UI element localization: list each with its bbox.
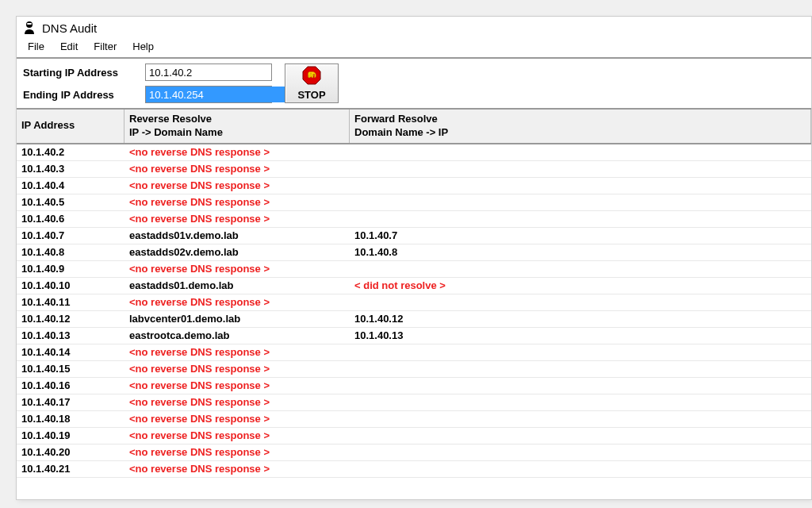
cell-ip: 10.1.40.4 [17,179,124,191]
cell-reverse: <no reverse DNS response > [124,146,350,158]
cell-ip: 10.1.40.13 [17,329,124,341]
cell-forward: 10.1.40.8 [350,246,811,258]
app-window: DNS Audit File Edit Filter Help Starting… [16,16,812,500]
table-row[interactable]: 10.1.40.12labvcenter01.demo.lab10.1.40.1… [17,311,811,328]
cell-reverse: <no reverse DNS response > [124,413,350,425]
cell-reverse: <no reverse DNS response > [124,396,350,408]
starting-ip-combo[interactable]: ▼ [145,64,272,81]
table-row[interactable]: 10.1.40.8eastadds02v.demo.lab10.1.40.8 [17,244,811,261]
cell-reverse: eastadds02v.demo.lab [124,246,350,258]
cell-reverse: <no reverse DNS response > [124,346,350,358]
cell-reverse: eastrootca.demo.lab [124,329,350,341]
cell-forward: 10.1.40.7 [350,229,811,241]
cell-forward: 10.1.40.12 [350,313,811,325]
cell-ip: 10.1.40.7 [17,229,124,241]
cell-ip: 10.1.40.3 [17,163,124,175]
cell-ip: 10.1.40.9 [17,263,124,275]
titlebar: DNS Audit [17,17,811,37]
cell-forward: < did not resolve > [350,279,811,291]
cell-reverse: <no reverse DNS response > [124,196,350,208]
cell-reverse: <no reverse DNS response > [124,163,350,175]
col-header-reverse-sub: IP -> Domain Name [129,126,344,140]
col-header-ip[interactable]: IP Address [17,110,124,143]
cell-reverse: labvcenter01.demo.lab [124,313,350,325]
app-title: DNS Audit [42,21,97,35]
col-header-ip-label: IP Address [21,119,75,133]
stop-button-label: STOP [297,89,325,101]
toolbar: Starting IP Address ▼ Ending IP Address … [17,59,811,110]
menu-filter[interactable]: Filter [87,39,123,54]
cell-reverse: eastadds01.demo.lab [124,279,350,291]
ending-ip-label: Ending IP Address [23,89,145,101]
table-row[interactable]: 10.1.40.20<no reverse DNS response > [17,444,811,461]
menu-help[interactable]: Help [126,39,160,54]
ending-ip-input[interactable] [146,87,285,102]
table-row[interactable]: 10.1.40.2<no reverse DNS response > [17,144,811,161]
stop-icon [302,66,321,87]
table-row[interactable]: 10.1.40.6<no reverse DNS response > [17,211,811,228]
ip-fields: Starting IP Address ▼ Ending IP Address … [23,64,272,103]
cell-ip: 10.1.40.15 [17,363,124,375]
cell-ip: 10.1.40.12 [17,313,124,325]
col-header-forward-title: Forward Resolve [354,113,438,125]
table-row[interactable]: 10.1.40.16<no reverse DNS response > [17,378,811,394]
table-row[interactable]: 10.1.40.10eastadds01.demo.lab< did not r… [17,278,811,294]
ending-ip-row: Ending IP Address ▼ [23,86,272,103]
table-row[interactable]: 10.1.40.13eastrootca.demo.lab10.1.40.13 [17,328,811,344]
ending-ip-combo[interactable]: ▼ [145,86,272,103]
cell-ip: 10.1.40.18 [17,413,124,425]
table-row[interactable]: 10.1.40.21<no reverse DNS response > [17,461,811,478]
cell-ip: 10.1.40.11 [17,296,124,308]
menu-file[interactable]: File [21,39,51,54]
cell-ip: 10.1.40.5 [17,196,124,208]
table-row[interactable]: 10.1.40.18<no reverse DNS response > [17,411,811,428]
table-row[interactable]: 10.1.40.5<no reverse DNS response > [17,194,811,211]
col-header-forward-sub: Domain Name -> IP [354,126,806,140]
cell-reverse: <no reverse DNS response > [124,446,350,458]
table-row[interactable]: 10.1.40.19<no reverse DNS response > [17,428,811,444]
starting-ip-label: Starting IP Address [23,67,145,79]
cell-ip: 10.1.40.10 [17,279,124,291]
app-icon [21,20,37,36]
starting-ip-input[interactable] [146,64,285,80]
table-row[interactable]: 10.1.40.3<no reverse DNS response > [17,161,811,178]
table-row[interactable]: 10.1.40.7eastadds01v.demo.lab10.1.40.7 [17,228,811,244]
table-row[interactable]: 10.1.40.4<no reverse DNS response > [17,178,811,194]
cell-reverse: <no reverse DNS response > [124,213,350,225]
table-row[interactable]: 10.1.40.11<no reverse DNS response > [17,294,811,311]
table-header: IP Address Reverse Resolve IP -> Domain … [17,110,811,144]
table-row[interactable]: 10.1.40.15<no reverse DNS response > [17,361,811,378]
cell-ip: 10.1.40.2 [17,146,124,158]
table-row[interactable]: 10.1.40.14<no reverse DNS response > [17,344,811,361]
cell-reverse: <no reverse DNS response > [124,363,350,375]
col-header-reverse[interactable]: Reverse Resolve IP -> Domain Name [124,110,350,143]
cell-ip: 10.1.40.20 [17,446,124,458]
col-header-reverse-title: Reverse Resolve [129,113,212,125]
table-row[interactable]: 10.1.40.17<no reverse DNS response > [17,394,811,411]
menubar: File Edit Filter Help [17,37,811,59]
cell-ip: 10.1.40.6 [17,213,124,225]
cell-reverse: <no reverse DNS response > [124,379,350,391]
starting-ip-row: Starting IP Address ▼ [23,64,272,81]
cell-reverse: <no reverse DNS response > [124,179,350,191]
cell-ip: 10.1.40.17 [17,396,124,408]
cell-reverse: <no reverse DNS response > [124,263,350,275]
cell-forward: 10.1.40.13 [350,329,811,341]
cell-ip: 10.1.40.21 [17,463,124,475]
cell-reverse: <no reverse DNS response > [124,429,350,441]
cell-reverse: eastadds01v.demo.lab [124,229,350,241]
cell-ip: 10.1.40.8 [17,246,124,258]
cell-ip: 10.1.40.16 [17,379,124,391]
cell-ip: 10.1.40.14 [17,346,124,358]
table-body[interactable]: 10.1.40.2<no reverse DNS response >10.1.… [17,144,811,499]
cell-reverse: <no reverse DNS response > [124,296,350,308]
col-header-forward[interactable]: Forward Resolve Domain Name -> IP [350,110,811,143]
menu-edit[interactable]: Edit [54,39,84,54]
cell-ip: 10.1.40.19 [17,429,124,441]
table-row[interactable]: 10.1.40.9<no reverse DNS response > [17,261,811,278]
svg-rect-1 [27,23,32,25]
cell-reverse: <no reverse DNS response > [124,463,350,475]
stop-button[interactable]: STOP [285,64,339,103]
results-table: IP Address Reverse Resolve IP -> Domain … [17,110,811,499]
